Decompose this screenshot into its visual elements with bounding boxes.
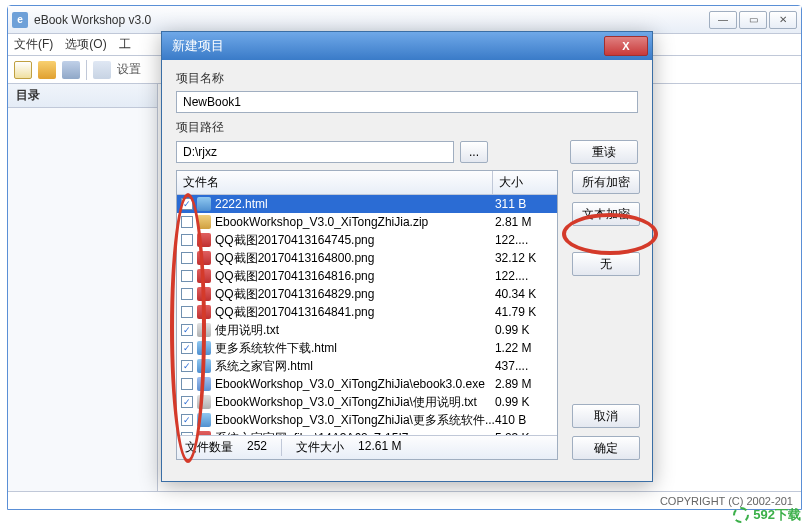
file-row[interactable]: QQ截图20170413164829.png40.34 K — [177, 285, 557, 303]
dialog-title: 新建项目 — [172, 37, 604, 55]
file-name: QQ截图20170413164745.png — [215, 232, 495, 249]
file-row[interactable]: EbookWorkshop_V3.0_XiTongZhiJia\使用说明.txt… — [177, 393, 557, 411]
dialog-body: 项目名称 项目路径 ... 重读 文件名 大小 2222.html311 BEb… — [162, 60, 652, 470]
watermark-logo-icon — [733, 507, 749, 523]
dialog-close-button[interactable]: X — [604, 36, 648, 56]
file-checkbox[interactable] — [181, 288, 193, 300]
close-button[interactable]: ✕ — [769, 11, 797, 29]
file-type-icon — [197, 215, 211, 229]
project-name-label: 项目名称 — [176, 70, 638, 87]
file-name: 系统之家官网.html — [215, 358, 495, 375]
save-icon[interactable] — [62, 61, 80, 79]
file-size: 0.99 K — [495, 323, 553, 337]
file-row[interactable]: QQ截图20170413164816.png122.... — [177, 267, 557, 285]
project-name-input[interactable] — [176, 91, 638, 113]
sidebar: 目录 — [8, 84, 158, 491]
file-name: QQ截图20170413164829.png — [215, 286, 495, 303]
watermark: 592下载 — [733, 506, 801, 524]
file-row[interactable]: 2222.html311 B — [177, 195, 557, 213]
reload-button[interactable]: 重读 — [570, 140, 638, 164]
minimize-button[interactable]: — — [709, 11, 737, 29]
file-type-icon — [197, 269, 211, 283]
app-title: eBook Workshop v3.0 — [34, 13, 709, 27]
file-row[interactable]: 使用说明.txt0.99 K — [177, 321, 557, 339]
menu-tool-partial[interactable]: 工 — [119, 36, 131, 53]
main-titlebar[interactable]: e eBook Workshop v3.0 — ▭ ✕ — [8, 6, 801, 34]
file-checkbox[interactable] — [181, 234, 193, 246]
col-filename[interactable]: 文件名 — [177, 171, 493, 194]
window-controls: — ▭ ✕ — [709, 11, 797, 29]
project-path-input[interactable] — [176, 141, 454, 163]
cancel-button[interactable]: 取消 — [572, 404, 640, 428]
file-checkbox[interactable] — [181, 414, 193, 426]
file-count-value: 252 — [247, 439, 267, 456]
maximize-button[interactable]: ▭ — [739, 11, 767, 29]
file-checkbox[interactable] — [181, 324, 193, 336]
encrypt-text-button[interactable]: 文本加密 — [572, 202, 640, 226]
file-name: 使用说明.txt — [215, 322, 495, 339]
file-checkbox[interactable] — [181, 306, 193, 318]
file-row[interactable]: QQ截图20170413164745.png122.... — [177, 231, 557, 249]
file-size: 32.12 K — [495, 251, 553, 265]
file-size: 122.... — [495, 233, 553, 247]
file-checkbox[interactable] — [181, 270, 193, 282]
file-size: 2.89 M — [495, 377, 553, 391]
file-size: 40.34 K — [495, 287, 553, 301]
file-type-icon — [197, 395, 211, 409]
file-name: EbookWorkshop_V3.0_XiTongZhiJia.zip — [215, 215, 495, 229]
statusbar: COPYRIGHT (C) 2002-201 — [8, 491, 801, 509]
file-checkbox[interactable] — [181, 216, 193, 228]
dialog-titlebar[interactable]: 新建项目 X — [162, 32, 652, 60]
toolbar-separator — [86, 60, 87, 80]
file-name: EbookWorkshop_V3.0_XiTongZhiJia\使用说明.txt — [215, 394, 495, 411]
new-icon[interactable] — [14, 61, 32, 79]
file-checkbox[interactable] — [181, 360, 193, 372]
file-type-icon — [197, 305, 211, 319]
new-project-dialog: 新建项目 X 项目名称 项目路径 ... 重读 文件名 大小 2222.html… — [161, 31, 653, 482]
file-type-icon — [197, 287, 211, 301]
file-checkbox[interactable] — [181, 252, 193, 264]
file-name: QQ截图20170413164841.png — [215, 304, 495, 321]
file-type-icon — [197, 413, 211, 427]
file-count-label: 文件数量 — [185, 439, 233, 456]
file-name: 2222.html — [215, 197, 495, 211]
menu-options[interactable]: 选项(O) — [65, 36, 106, 53]
file-status-bar: 文件数量 252 文件大小 12.61 M — [177, 435, 557, 459]
file-row[interactable]: EbookWorkshop_V3.0_XiTongZhiJia\ebook3.0… — [177, 375, 557, 393]
file-checkbox[interactable] — [181, 378, 193, 390]
settings-icon[interactable] — [93, 61, 111, 79]
file-type-icon — [197, 251, 211, 265]
file-checkbox[interactable] — [181, 198, 193, 210]
file-row[interactable]: EbookWorkshop_V3.0_XiTongZhiJia\更多系统软件..… — [177, 411, 557, 429]
file-size: 41.79 K — [495, 305, 553, 319]
file-list-panel: 文件名 大小 2222.html311 BEbookWorkshop_V3.0_… — [176, 170, 558, 460]
encrypt-all-button[interactable]: 所有加密 — [572, 170, 640, 194]
file-size: 311 B — [495, 197, 553, 211]
browse-button[interactable]: ... — [460, 141, 488, 163]
file-size-label: 文件大小 — [296, 439, 344, 456]
file-list[interactable]: 2222.html311 BEbookWorkshop_V3.0_XiTongZ… — [177, 195, 557, 435]
file-size-value: 12.61 M — [358, 439, 401, 456]
sidebar-header: 目录 — [8, 84, 157, 108]
file-checkbox[interactable] — [181, 396, 193, 408]
app-icon: e — [12, 12, 28, 28]
file-size: 437.... — [495, 359, 553, 373]
file-row[interactable]: 系统之家官网.html437.... — [177, 357, 557, 375]
file-row[interactable]: QQ截图20170413164800.png32.12 K — [177, 249, 557, 267]
none-button[interactable]: 无 — [572, 252, 640, 276]
file-name: EbookWorkshop_V3.0_XiTongZhiJia\更多系统软件..… — [215, 412, 495, 429]
file-row[interactable]: QQ截图20170413164841.png41.79 K — [177, 303, 557, 321]
ok-button[interactable]: 确定 — [572, 436, 640, 460]
file-size: 1.22 M — [495, 341, 553, 355]
open-icon[interactable] — [38, 61, 56, 79]
file-type-icon — [197, 377, 211, 391]
file-checkbox[interactable] — [181, 342, 193, 354]
file-type-icon — [197, 359, 211, 373]
menu-file[interactable]: 文件(F) — [14, 36, 53, 53]
file-row[interactable]: 更多系统软件下载.html1.22 M — [177, 339, 557, 357]
settings-label[interactable]: 设置 — [117, 61, 141, 78]
col-size[interactable]: 大小 — [493, 171, 557, 194]
file-row[interactable]: EbookWorkshop_V3.0_XiTongZhiJia.zip2.81 … — [177, 213, 557, 231]
copyright-text: COPYRIGHT (C) 2002-201 — [660, 495, 793, 507]
file-name: EbookWorkshop_V3.0_XiTongZhiJia\ebook3.0… — [215, 377, 495, 391]
